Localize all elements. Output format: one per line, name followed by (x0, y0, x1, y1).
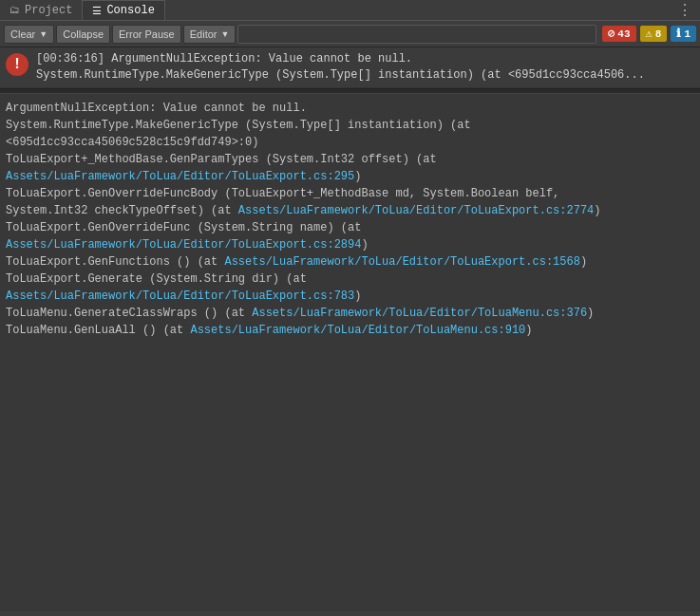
editor-dropdown-icon: ▼ (220, 29, 229, 39)
log-detail: System.RuntimeType.MakeGenericType (Syst… (36, 68, 645, 82)
error-pause-label: Error Pause (119, 28, 175, 40)
editor-button[interactable]: Editor ▼ (183, 25, 236, 44)
stack-link-783[interactable]: Assets/LuaFramework/ToLua/Editor/ToLuaEx… (6, 289, 354, 303)
stack-link-1568[interactable]: Assets/LuaFramework/ToLua/Editor/ToLuaEx… (224, 255, 579, 269)
search-input[interactable] (237, 25, 596, 44)
error-badge-count: 43 (617, 28, 630, 40)
info-badge-icon: ℹ (676, 27, 681, 41)
tab-bar: 🗂 Project ☰ Console ⋮ (0, 0, 700, 21)
warning-badge-icon: ⚠ (646, 27, 653, 41)
stack-line-0: ArgumentNullException: Value cannot be n… (6, 100, 694, 117)
error-badge-icon: ⊘ (608, 27, 615, 41)
stack-line-5: ToLuaExport.GenOverrideFuncBody (ToLuaEx… (6, 185, 694, 202)
stack-line-8: Assets/LuaFramework/ToLua/Editor/ToLuaEx… (6, 236, 694, 253)
stack-link-910[interactable]: Assets/LuaFramework/ToLua/Editor/ToLuaMe… (190, 324, 525, 337)
stack-link-376[interactable]: Assets/LuaFramework/ToLua/Editor/ToLuaMe… (252, 307, 587, 320)
stack-line-4: Assets/LuaFramework/ToLua/Editor/ToLuaEx… (6, 168, 694, 185)
tab-menu-button[interactable]: ⋮ (670, 1, 700, 20)
warning-badge-count: 8 (655, 28, 662, 40)
console-icon: ☰ (92, 5, 102, 17)
log-error-icon: ! (6, 53, 28, 76)
clear-label: Clear (10, 28, 35, 40)
tabs: 🗂 Project ☰ Console (0, 0, 165, 20)
stack-line-6: System.Int32 checkTypeOffset) (at Assets… (6, 202, 694, 219)
stack-link-295[interactable]: Assets/LuaFramework/ToLua/Editor/ToLuaEx… (6, 170, 354, 183)
tab-project-label: Project (25, 4, 72, 17)
error-badge[interactable]: ⊘ 43 (602, 26, 635, 42)
tab-console-label: Console (106, 4, 154, 17)
tab-project[interactable]: 🗂 Project (0, 0, 83, 20)
log-message: ArgumentNullException: Value cannot be n… (111, 52, 412, 65)
project-icon: 🗂 (9, 4, 20, 16)
log-time: [00:36:16] (36, 52, 104, 65)
editor-label: Editor (190, 28, 218, 40)
stack-line-1: System.RuntimeType.MakeGenericType (Syst… (6, 117, 694, 134)
stack-trace: ArgumentNullException: Value cannot be n… (0, 94, 700, 611)
stack-line-3: ToLuaExport+_MethodBase.GenParamTypes (S… (6, 151, 694, 168)
stack-line-11: Assets/LuaFramework/ToLua/Editor/ToLuaEx… (6, 288, 694, 305)
warning-badge[interactable]: ⚠ 8 (640, 26, 668, 42)
clear-dropdown-icon: ▼ (39, 29, 47, 39)
stack-line-9: ToLuaExport.GenFunctions () (at Assets/L… (6, 253, 694, 271)
log-entry[interactable]: ! [00:36:16] ArgumentNullException: Valu… (0, 47, 700, 88)
stack-line-13: ToLuaMenu.GenLuaAll () (at Assets/LuaFra… (6, 322, 694, 339)
collapse-button[interactable]: Collapse (56, 25, 110, 44)
info-badge-count: 1 (684, 28, 691, 40)
tab-console[interactable]: ☰ Console (83, 0, 164, 20)
info-badge[interactable]: ℹ 1 (671, 26, 696, 42)
status-badges: ⊘ 43 ⚠ 8 ℹ 1 (602, 26, 696, 42)
log-text: [00:36:16] ArgumentNullException: Value … (36, 51, 645, 84)
error-pause-button[interactable]: Error Pause (112, 25, 181, 44)
collapse-label: Collapse (63, 28, 104, 40)
stack-line-12: ToLuaMenu.GenerateClassWraps () (at Asse… (6, 305, 694, 322)
clear-button[interactable]: Clear ▼ (4, 25, 54, 44)
stack-line-10: ToLuaExport.Generate (System.String dir)… (6, 271, 694, 288)
stack-link-2774[interactable]: Assets/LuaFramework/ToLua/Editor/ToLuaEx… (238, 204, 594, 217)
stack-line-7: ToLuaExport.GenOverrideFunc (System.Stri… (6, 219, 694, 236)
stack-link-2894[interactable]: Assets/LuaFramework/ToLua/Editor/ToLuaEx… (6, 238, 361, 252)
stack-line-2: <695d1cc93cca45069c528c15c9fdd749>:0) (6, 134, 694, 151)
toolbar: Clear ▼ Collapse Error Pause Editor ▼ ⊘ … (0, 21, 700, 47)
